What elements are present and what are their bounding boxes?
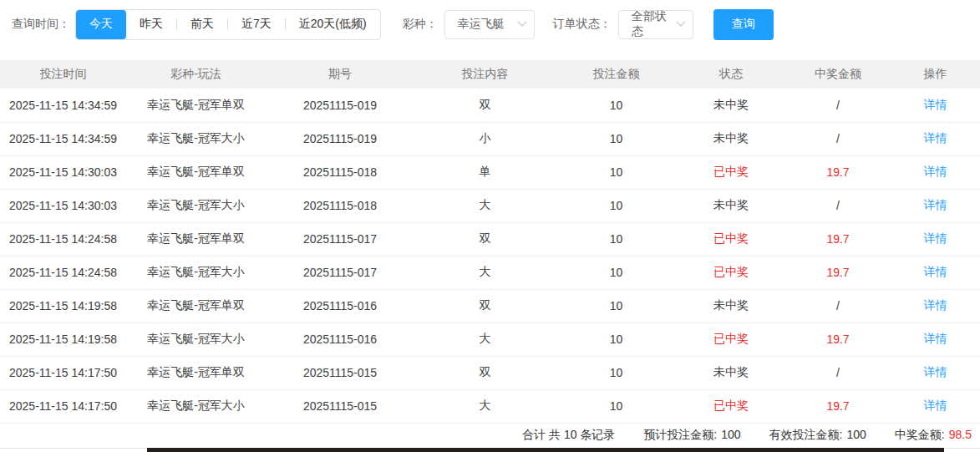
time-filter-7days[interactable]: 近7天 [228, 10, 285, 39]
table-row: 2025-11-15 14:30:03 幸运飞艇-冠军大小 20251115-0… [0, 189, 980, 222]
cell-issue: 20251115-016 [266, 289, 414, 322]
time-filter-today[interactable]: 今天 [76, 10, 126, 39]
col-header-issue: 期号 [266, 60, 414, 89]
cell-bet-content: 单 [414, 155, 556, 189]
cell-action: 详情 [891, 322, 980, 356]
cell-status: 已中奖 [677, 389, 785, 423]
cell-action: 详情 [891, 155, 980, 189]
cell-bet-time: 2025-11-15 14:24:58 [0, 256, 126, 289]
table-row: 2025-11-15 14:17:50 幸运飞艇-冠军单双 20251115-0… [0, 356, 980, 389]
cell-bet-amount: 10 [556, 289, 677, 322]
cell-win-amount: / [785, 89, 891, 122]
cell-game-type: 幸运飞艇-冠军大小 [126, 389, 266, 423]
order-status-select-value: 全部状态 [632, 9, 673, 39]
cell-bet-amount: 10 [556, 389, 677, 423]
summary-expected-label: 预计投注金额: [643, 428, 717, 443]
cell-bet-content: 小 [414, 122, 556, 155]
cell-status: 未中奖 [677, 356, 785, 389]
cell-bet-amount: 10 [556, 155, 677, 189]
cell-bet-time: 2025-11-15 14:19:58 [0, 289, 126, 322]
table-row: 2025-11-15 14:19:58 幸运飞艇-冠军大小 20251115-0… [0, 322, 980, 356]
cell-action: 详情 [891, 189, 980, 222]
cell-win-amount: 19.7 [785, 256, 891, 289]
col-header-bet-time: 投注时间 [0, 60, 126, 89]
detail-link[interactable]: 详情 [924, 165, 947, 178]
cell-action: 详情 [891, 256, 980, 289]
cell-issue: 20251115-018 [266, 155, 414, 189]
cell-bet-amount: 10 [556, 89, 677, 122]
cell-bet-amount: 10 [556, 122, 677, 155]
cell-game-type: 幸运飞艇-冠军单双 [126, 89, 266, 122]
cell-status: 未中奖 [677, 122, 785, 155]
cell-action: 详情 [891, 389, 980, 423]
summary-total: 合计 共 10 条记录 [522, 428, 615, 443]
cell-bet-amount: 10 [556, 222, 677, 256]
detail-link[interactable]: 详情 [924, 399, 947, 412]
cell-game-type: 幸运飞艇-冠军大小 [126, 122, 266, 155]
cell-bet-amount: 10 [556, 322, 677, 356]
cell-status: 已中奖 [677, 256, 785, 289]
table-row: 2025-11-15 14:24:58 幸运飞艇-冠军大小 20251115-0… [0, 256, 980, 289]
cell-win-amount: / [785, 122, 891, 155]
time-filter-day-before[interactable]: 前天 [177, 10, 227, 39]
detail-link[interactable]: 详情 [924, 198, 947, 211]
table-row: 2025-11-15 14:24:58 幸运飞艇-冠军单双 20251115-0… [0, 222, 980, 256]
table-row: 2025-11-15 14:34:59 幸运飞艇-冠军单双 20251115-0… [0, 89, 980, 122]
cell-bet-time: 2025-11-15 14:34:59 [0, 122, 126, 155]
cell-win-amount: 19.7 [785, 155, 891, 189]
cell-bet-content: 双 [414, 356, 556, 389]
chevron-down-icon [676, 18, 685, 27]
cell-bet-time: 2025-11-15 14:17:50 [0, 356, 126, 389]
cell-action: 详情 [891, 289, 980, 322]
cell-bet-amount: 10 [556, 256, 677, 289]
cell-game-type: 幸运飞艇-冠军单双 [126, 222, 266, 256]
cell-win-amount: / [785, 356, 891, 389]
detail-link[interactable]: 详情 [924, 365, 947, 378]
cell-bet-content: 双 [414, 289, 556, 322]
summary-bar: 合计 共 10 条记录 预计投注金额: 100 有效投注金额: 100 中奖金额… [0, 424, 980, 449]
detail-link[interactable]: 详情 [924, 131, 947, 145]
summary-valid-value: 100 [847, 428, 866, 443]
summary-valid-amount: 有效投注金额: 100 [769, 428, 866, 443]
cell-action: 详情 [891, 89, 980, 122]
cell-bet-time: 2025-11-15 14:17:50 [0, 389, 126, 423]
order-status-select[interactable]: 全部状态 [618, 10, 693, 39]
detail-link[interactable]: 详情 [924, 265, 947, 278]
detail-link[interactable]: 详情 [924, 332, 947, 345]
detail-link[interactable]: 详情 [924, 298, 947, 312]
cell-bet-time: 2025-11-15 14:30:03 [0, 189, 126, 222]
time-filter-label: 查询时间： [12, 17, 70, 32]
cell-issue: 20251115-019 [266, 89, 414, 122]
query-button[interactable]: 查询 [713, 9, 774, 40]
time-filter-20days[interactable]: 近20天(低频) [286, 10, 380, 39]
cell-bet-time: 2025-11-15 14:30:03 [0, 155, 126, 189]
cell-issue: 20251115-019 [266, 122, 414, 155]
cell-issue: 20251115-017 [266, 256, 414, 289]
summary-expected-value: 100 [721, 428, 740, 443]
cell-issue: 20251115-018 [266, 189, 414, 222]
summary-win-amount: 中奖金额: 98.5 [895, 428, 972, 443]
cell-win-amount: 19.7 [785, 222, 891, 256]
cell-game-type: 幸运飞艇-冠军大小 [126, 189, 266, 222]
cell-bet-content: 双 [414, 222, 556, 256]
time-filter-yesterday[interactable]: 昨天 [126, 10, 176, 39]
detail-link[interactable]: 详情 [924, 231, 947, 245]
lottery-label: 彩种： [403, 17, 438, 32]
cell-game-type: 幸运飞艇-冠军单双 [126, 356, 266, 389]
lottery-select[interactable]: 幸运飞艇 [444, 10, 535, 39]
cell-bet-amount: 10 [556, 189, 677, 222]
cell-action: 详情 [891, 122, 980, 155]
cell-status: 未中奖 [677, 189, 785, 222]
cell-issue: 20251115-016 [266, 322, 414, 356]
col-header-game-type: 彩种-玩法 [126, 60, 266, 89]
cell-bet-content: 大 [414, 256, 556, 289]
cell-game-type: 幸运飞艇-冠军大小 [126, 322, 266, 356]
col-header-status: 状态 [677, 60, 785, 89]
cell-win-amount: 19.7 [785, 389, 891, 423]
toolbar: 查询时间： 今天 昨天 前天 近7天 近20天(低频) 彩种： 幸运飞艇 订单状… [0, 0, 980, 60]
detail-link[interactable]: 详情 [924, 98, 947, 111]
table-row: 2025-11-15 14:34:59 幸运飞艇-冠军大小 20251115-0… [0, 122, 980, 155]
cell-bet-content: 大 [414, 189, 556, 222]
cell-bet-time: 2025-11-15 14:19:58 [0, 322, 126, 356]
table-header-row: 投注时间 彩种-玩法 期号 投注内容 投注金额 状态 中奖金额 操作 [0, 60, 980, 89]
